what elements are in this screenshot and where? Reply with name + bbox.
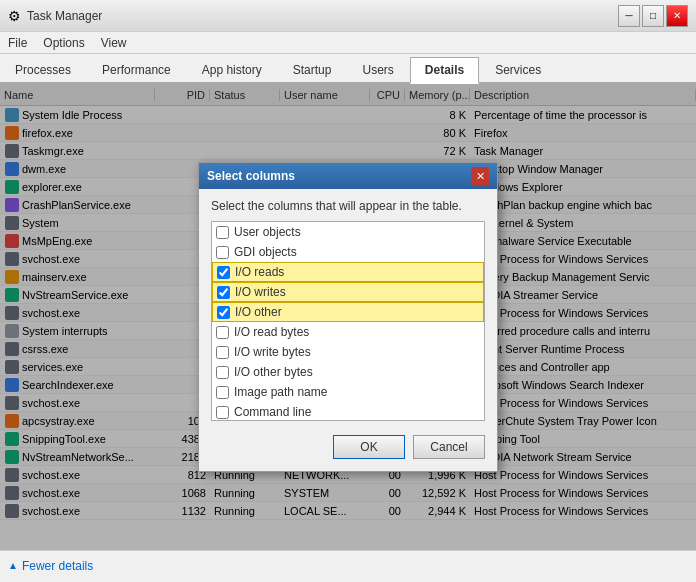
tab-processes[interactable]: Processes bbox=[0, 57, 86, 82]
checkbox-input[interactable] bbox=[216, 386, 229, 399]
checkbox-input[interactable] bbox=[216, 226, 229, 239]
tab-users[interactable]: Users bbox=[347, 57, 408, 82]
modal-overlay: Select columns ✕ Select the columns that… bbox=[0, 84, 696, 550]
checkbox-input[interactable] bbox=[217, 286, 230, 299]
checkbox-input[interactable] bbox=[217, 266, 230, 279]
checkbox-label: I/O writes bbox=[235, 285, 286, 299]
checkbox-item[interactable]: I/O writes bbox=[212, 282, 484, 302]
checkbox-item[interactable]: I/O write bytes bbox=[212, 342, 484, 362]
menu-bar: File Options View bbox=[0, 32, 696, 54]
checkbox-label: I/O reads bbox=[235, 265, 284, 279]
checkbox-label: I/O write bytes bbox=[234, 345, 311, 359]
checkbox-list[interactable]: User objectsGDI objectsI/O readsI/O writ… bbox=[211, 221, 485, 421]
ok-button[interactable]: OK bbox=[333, 435, 405, 459]
checkbox-label: GDI objects bbox=[234, 245, 297, 259]
tab-app-history[interactable]: App history bbox=[187, 57, 277, 82]
menu-options[interactable]: Options bbox=[39, 35, 88, 51]
checkbox-label: User objects bbox=[234, 225, 301, 239]
title-bar-controls: ─ □ ✕ bbox=[618, 5, 688, 27]
window-title: Task Manager bbox=[27, 9, 102, 23]
tab-services[interactable]: Services bbox=[480, 57, 556, 82]
fewer-details-button[interactable]: ▲ Fewer details bbox=[8, 559, 93, 573]
checkbox-item[interactable]: User objects bbox=[212, 222, 484, 242]
checkbox-item[interactable]: I/O other bbox=[212, 302, 484, 322]
select-columns-dialog: Select columns ✕ Select the columns that… bbox=[198, 162, 498, 472]
checkbox-item[interactable]: I/O reads bbox=[212, 262, 484, 282]
menu-file[interactable]: File bbox=[4, 35, 31, 51]
checkbox-item[interactable]: Image path name bbox=[212, 382, 484, 402]
menu-view[interactable]: View bbox=[97, 35, 131, 51]
modal-description: Select the columns that will appear in t… bbox=[211, 199, 485, 213]
checkbox-item[interactable]: GDI objects bbox=[212, 242, 484, 262]
tabs-bar: Processes Performance App history Startu… bbox=[0, 54, 696, 84]
status-bar: ▲ Fewer details bbox=[0, 550, 696, 580]
checkbox-input[interactable] bbox=[216, 366, 229, 379]
maximize-button[interactable]: □ bbox=[642, 5, 664, 27]
checkbox-item[interactable]: I/O other bytes bbox=[212, 362, 484, 382]
title-bar: ⚙ Task Manager ─ □ ✕ bbox=[0, 0, 696, 32]
tab-startup[interactable]: Startup bbox=[278, 57, 347, 82]
checkbox-input[interactable] bbox=[217, 306, 230, 319]
cancel-button[interactable]: Cancel bbox=[413, 435, 485, 459]
chevron-down-icon: ▲ bbox=[8, 560, 18, 571]
checkbox-input[interactable] bbox=[216, 246, 229, 259]
checkbox-label: Image path name bbox=[234, 385, 327, 399]
checkbox-label: Command line bbox=[234, 405, 311, 419]
modal-title-bar: Select columns ✕ bbox=[199, 163, 497, 189]
checkbox-label: I/O other bbox=[235, 305, 282, 319]
title-bar-left: ⚙ Task Manager bbox=[8, 8, 102, 24]
fewer-details-label: Fewer details bbox=[22, 559, 93, 573]
checkbox-item[interactable]: I/O read bytes bbox=[212, 322, 484, 342]
checkbox-input[interactable] bbox=[216, 346, 229, 359]
checkbox-label: I/O other bytes bbox=[234, 365, 313, 379]
modal-buttons: OK Cancel bbox=[211, 431, 485, 461]
modal-body: Select the columns that will appear in t… bbox=[199, 189, 497, 471]
checkbox-label: I/O read bytes bbox=[234, 325, 309, 339]
app-icon: ⚙ bbox=[8, 8, 21, 24]
modal-title: Select columns bbox=[207, 169, 295, 183]
checkbox-input[interactable] bbox=[216, 406, 229, 419]
minimize-button[interactable]: ─ bbox=[618, 5, 640, 27]
modal-close-button[interactable]: ✕ bbox=[471, 167, 489, 185]
tab-details[interactable]: Details bbox=[410, 57, 479, 84]
tab-performance[interactable]: Performance bbox=[87, 57, 186, 82]
checkbox-input[interactable] bbox=[216, 326, 229, 339]
close-button[interactable]: ✕ bbox=[666, 5, 688, 27]
checkbox-item[interactable]: Command line bbox=[212, 402, 484, 421]
main-area: Name PID Status User name CPU Memory (p.… bbox=[0, 84, 696, 550]
